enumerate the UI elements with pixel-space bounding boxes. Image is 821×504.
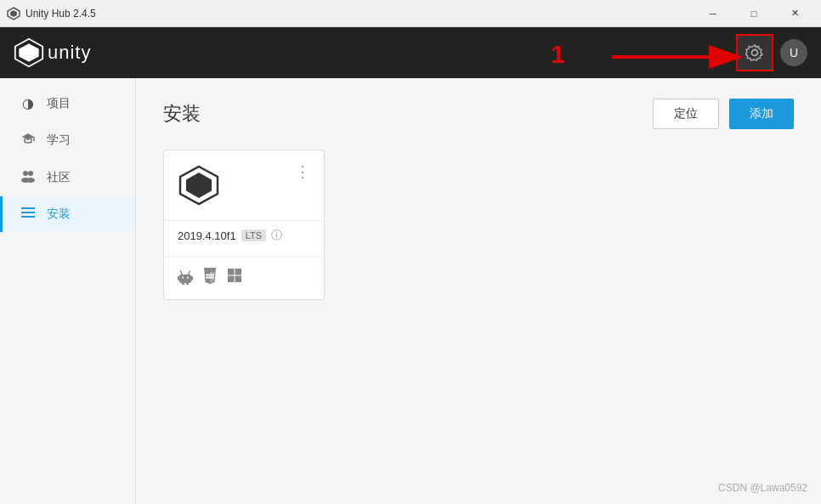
svg-point-21 xyxy=(182,277,184,279)
svg-point-4 xyxy=(752,50,758,56)
header-logo: unity xyxy=(14,37,91,68)
app-container: unity U ◑ 项目 xyxy=(0,27,821,504)
svg-line-20 xyxy=(189,271,190,275)
svg-rect-24 xyxy=(186,283,189,285)
android-platform-icon xyxy=(178,268,193,285)
gear-icon xyxy=(745,43,764,62)
title-bar: Unity Hub 2.4.5 ─ □ ✕ xyxy=(0,0,821,27)
user-avatar[interactable]: U xyxy=(780,39,807,66)
avatar-initial: U xyxy=(790,46,798,59)
windows-icon xyxy=(227,268,242,289)
sidebar-item-community[interactable]: 社区 xyxy=(0,159,135,196)
svg-marker-15 xyxy=(186,173,212,198)
content-header: 安装 定位 添加 xyxy=(163,99,794,129)
unity-logo-icon xyxy=(14,37,44,68)
sidebar-label-installs: 安装 xyxy=(47,207,71,222)
svg-marker-3 xyxy=(19,43,38,62)
settings-button[interactable] xyxy=(736,34,773,71)
add-button[interactable]: 添加 xyxy=(729,99,794,129)
svg-rect-16 xyxy=(179,275,191,283)
install-grid: ⋮ 2019.4.10f1 LTS ⓘ xyxy=(163,150,794,300)
svg-rect-11 xyxy=(21,207,35,209)
html5-icon xyxy=(203,268,217,289)
card-menu-button[interactable]: ⋮ xyxy=(295,164,310,179)
lts-badge: LTS xyxy=(241,229,266,241)
svg-rect-18 xyxy=(191,276,194,280)
app-header: unity U xyxy=(0,27,821,78)
page-title: 安装 xyxy=(163,101,201,127)
svg-line-19 xyxy=(181,271,183,275)
sidebar-label-projects: 项目 xyxy=(47,96,71,111)
close-button[interactable]: ✕ xyxy=(775,0,814,27)
title-bar-app-icon xyxy=(7,7,20,20)
people-icon xyxy=(20,169,36,183)
title-bar-controls: ─ □ ✕ xyxy=(694,0,814,27)
svg-rect-32 xyxy=(228,276,235,283)
html5-platform-icon xyxy=(203,268,217,285)
svg-rect-33 xyxy=(235,276,242,283)
projects-icon: ◑ xyxy=(20,95,37,111)
svg-rect-23 xyxy=(182,283,184,285)
unity-logo-text: unity xyxy=(48,42,91,64)
svg-point-8 xyxy=(28,171,33,176)
sidebar: ◑ 项目 学习 xyxy=(0,78,136,504)
sidebar-label-learn: 学习 xyxy=(47,133,71,148)
card-bottom xyxy=(164,257,324,299)
graduation-cap-icon xyxy=(21,132,35,145)
app-title: Unity Hub 2.4.5 xyxy=(25,8,96,20)
info-icon[interactable]: ⓘ xyxy=(271,228,282,243)
maximize-button[interactable]: □ xyxy=(734,0,773,27)
sidebar-item-installs[interactable]: 安装 xyxy=(0,196,135,232)
content-area: 安装 定位 添加 ⋮ xyxy=(136,78,821,504)
card-unity-icon xyxy=(178,164,220,207)
svg-rect-31 xyxy=(235,269,242,275)
minimize-button[interactable]: ─ xyxy=(694,0,733,27)
svg-point-22 xyxy=(187,277,189,279)
svg-point-7 xyxy=(23,171,28,176)
svg-marker-5 xyxy=(22,133,34,140)
svg-rect-27 xyxy=(206,275,214,276)
svg-marker-1 xyxy=(10,10,17,17)
svg-rect-13 xyxy=(21,216,35,218)
version-text: 2019.4.10f1 xyxy=(178,229,236,242)
installs-icon xyxy=(20,207,37,222)
android-icon xyxy=(178,268,193,289)
windows-platform-icon xyxy=(227,268,242,283)
svg-marker-29 xyxy=(210,277,214,279)
sidebar-item-projects[interactable]: ◑ 项目 xyxy=(0,85,135,122)
list-icon xyxy=(21,207,35,218)
header-actions: 定位 添加 xyxy=(653,99,794,129)
card-version-row: 2019.4.10f1 LTS ⓘ xyxy=(164,221,324,257)
locate-button[interactable]: 定位 xyxy=(653,99,719,129)
card-top: ⋮ xyxy=(164,150,324,221)
header-right: U xyxy=(736,34,807,71)
svg-point-10 xyxy=(26,178,35,183)
community-icon xyxy=(20,169,37,186)
title-bar-left: Unity Hub 2.4.5 xyxy=(7,7,96,20)
install-card: ⋮ 2019.4.10f1 LTS ⓘ xyxy=(163,150,325,300)
learn-icon xyxy=(20,132,37,149)
svg-marker-28 xyxy=(206,277,210,279)
svg-rect-30 xyxy=(228,269,235,275)
sidebar-label-community: 社区 xyxy=(47,170,71,185)
main-area: ◑ 项目 学习 xyxy=(0,78,821,504)
svg-rect-17 xyxy=(178,276,180,280)
sidebar-item-learn[interactable]: 学习 xyxy=(0,122,135,159)
watermark: CSDN @Lawa0592 xyxy=(718,482,807,494)
svg-rect-12 xyxy=(21,212,35,213)
